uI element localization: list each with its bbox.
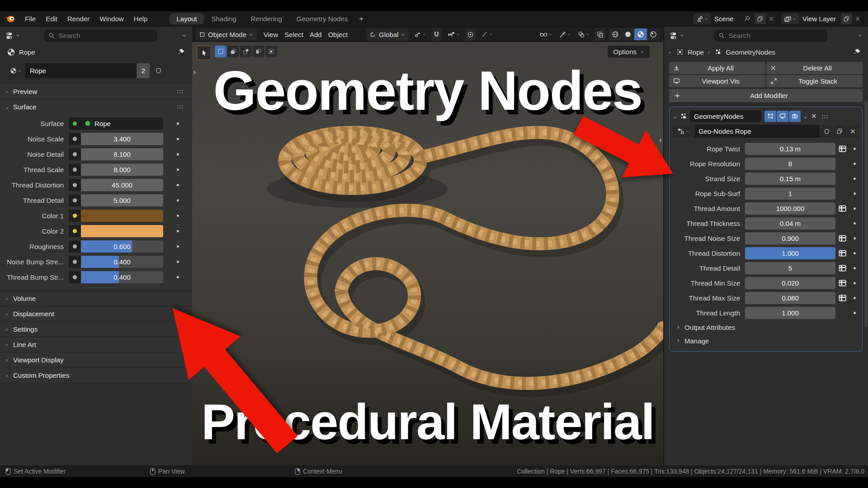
modifier-name-field[interactable]: GeometryNodes [690, 110, 761, 122]
select-invert-button[interactable] [253, 46, 264, 57]
value-slider[interactable]: 0.400 [81, 256, 163, 268]
modifier-drag-handle[interactable] [821, 114, 829, 118]
new-node-group-button[interactable] [834, 125, 846, 138]
menu-edit[interactable]: Edit [41, 14, 62, 24]
fake-user-shield-button[interactable] [821, 125, 833, 138]
animate-dot[interactable] [854, 267, 856, 269]
input-attribute-toggle[interactable] [835, 145, 849, 153]
shading-material-preview-button[interactable] [634, 28, 647, 40]
object-visibility-button[interactable] [538, 28, 554, 40]
node-socket-button[interactable] [69, 148, 81, 160]
input-attribute-toggle[interactable] [835, 235, 849, 242]
material-name-field[interactable]: Rope [25, 63, 136, 78]
workspace-tab-geometry-nodes[interactable]: Geometry Nodes [290, 13, 354, 24]
browse-material-button[interactable] [6, 63, 24, 78]
viewport-options-button[interactable]: Options [608, 46, 650, 58]
shading-rendered-button[interactable] [647, 28, 660, 40]
param-value-field[interactable]: 8 [745, 158, 835, 170]
animate-dot[interactable] [854, 222, 856, 225]
panel-header[interactable]: ›Preview [0, 84, 192, 99]
select-extend-button[interactable] [227, 46, 239, 57]
chevron-right-icon[interactable]: › [668, 49, 672, 56]
panel-header[interactable]: ›Line Art [0, 338, 192, 352]
shader-field[interactable]: Rope [81, 117, 163, 130]
snap-magnet-button[interactable] [431, 28, 442, 40]
viewport-menu-view[interactable]: View [260, 31, 281, 38]
add-workspace-button[interactable]: + [355, 14, 367, 24]
node-socket-button[interactable] [69, 256, 81, 268]
view-layer-selector[interactable]: View Layer ✕ [781, 13, 863, 25]
animate-dot[interactable] [177, 138, 179, 140]
material-users-button[interactable]: 2 [137, 63, 150, 78]
animate-dot[interactable] [854, 192, 856, 195]
node-socket-button[interactable] [69, 210, 81, 222]
animate-dot[interactable] [177, 245, 179, 248]
param-value-field[interactable]: 0.020 [745, 277, 835, 289]
snap-target-button[interactable] [445, 28, 462, 40]
apply-all-button[interactable]: Apply All [669, 62, 765, 74]
editor-type-button[interactable] [670, 32, 684, 40]
param-value-field[interactable]: 0.13 m [745, 143, 835, 155]
breadcrumb-modifier-name[interactable]: GeometryNodes [726, 48, 775, 56]
select-intersect-button[interactable] [265, 46, 277, 57]
remove-modifier-button[interactable]: ✕ [810, 112, 818, 120]
animate-dot[interactable] [854, 178, 856, 180]
input-attribute-toggle[interactable] [835, 279, 849, 287]
panel-header[interactable]: ›Volume [0, 291, 192, 305]
value-slider[interactable]: 3.400 [81, 133, 163, 145]
animate-dot[interactable] [854, 312, 856, 314]
node-socket-button[interactable] [69, 194, 81, 206]
param-value-field[interactable]: 0.04 m [745, 217, 835, 230]
panel-header[interactable]: ›Settings [0, 322, 192, 336]
select-subtract-button[interactable] [240, 46, 252, 57]
toggle-stack-button[interactable]: Toggle Stack [766, 75, 863, 87]
browse-node-group-button[interactable] [673, 125, 693, 138]
proportional-editing-button[interactable] [465, 28, 476, 40]
expand-sidebar-chevron[interactable]: ‹ [659, 135, 662, 144]
unlink-node-group-button[interactable]: ✕ [847, 125, 859, 138]
workspace-tab-shading[interactable]: Shading [205, 13, 243, 24]
animate-dot[interactable] [177, 215, 179, 217]
pin-icon[interactable] [178, 48, 185, 56]
input-attribute-toggle[interactable] [835, 205, 849, 212]
animate-dot[interactable] [854, 163, 856, 165]
menu-render[interactable]: Render [62, 14, 94, 24]
param-value-field[interactable]: 5 [745, 262, 835, 274]
animate-dot[interactable] [854, 252, 856, 254]
node-socket-button[interactable] [69, 271, 81, 283]
value-slider[interactable]: 45.000 [81, 179, 163, 191]
viewport-vis-button[interactable]: Viewport Vis [669, 75, 765, 87]
show-gizmo-button[interactable] [557, 28, 572, 40]
animate-dot[interactable] [854, 237, 856, 239]
pin-icon[interactable] [854, 48, 861, 56]
workspace-tab-layout[interactable]: Layout [170, 13, 203, 24]
animate-dot[interactable] [854, 282, 856, 284]
properties-search[interactable] [714, 30, 827, 42]
panel-header[interactable]: ›Custom Properties [0, 368, 192, 382]
viewport-display-toggle[interactable] [777, 111, 788, 122]
modifier-extras-chevron[interactable]: ⌄ [803, 113, 807, 120]
value-slider[interactable]: 8.000 [81, 164, 163, 176]
transform-pivot-button[interactable] [412, 28, 428, 40]
mode-dropdown[interactable]: Object Mode [196, 28, 257, 40]
panel-header[interactable]: ›Displacement [0, 307, 192, 321]
toggle-xray-button[interactable] [595, 28, 605, 40]
modifier-section-output-attributes[interactable]: Output Attributes [672, 320, 860, 334]
viewport-canvas[interactable]: Options › ‹ Geometry Nodes Procedural Ma… [192, 42, 663, 465]
viewport-menu-add[interactable]: Add [307, 31, 325, 38]
unlink-scene-button[interactable]: ✕ [766, 13, 777, 24]
proportional-falloff-button[interactable] [479, 28, 495, 40]
param-value-field[interactable]: 1.000 [745, 247, 835, 259]
add-modifier-button[interactable]: Add Modifier [669, 89, 863, 102]
search-input[interactable] [728, 31, 823, 40]
editor-type-button[interactable] [5, 32, 20, 40]
node-socket-button[interactable] [69, 225, 81, 237]
input-attribute-toggle[interactable] [835, 249, 849, 257]
node-socket-button[interactable] [69, 117, 81, 130]
menu-window[interactable]: Window [94, 14, 128, 24]
param-value-field[interactable]: 0.080 [745, 292, 835, 304]
node-socket-button[interactable] [69, 179, 81, 191]
header-collapse-chevron-icon[interactable] [182, 33, 187, 38]
viewport-menu-select[interactable]: Select [281, 31, 307, 38]
input-attribute-toggle[interactable] [835, 264, 849, 272]
